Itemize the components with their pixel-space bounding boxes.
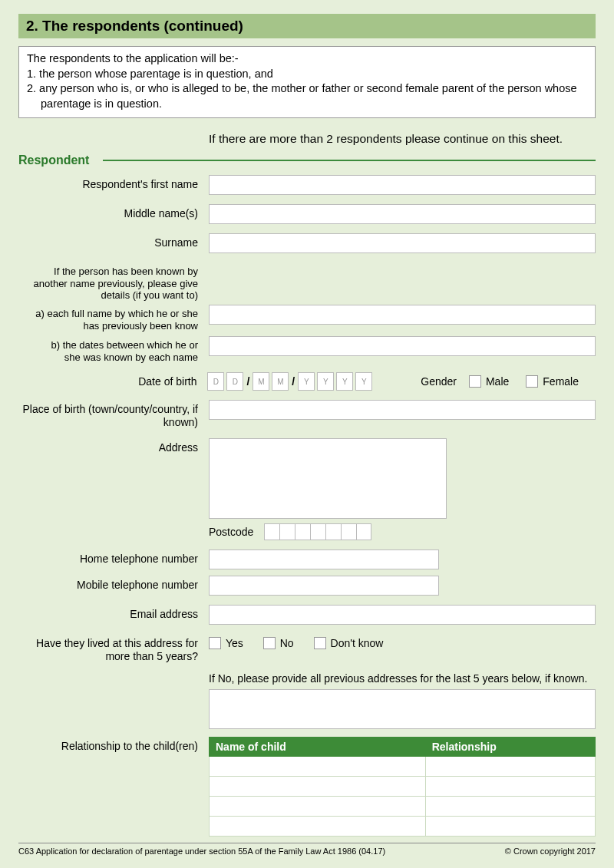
label-alias-b: b) the dates between which he or she was… — [18, 336, 209, 363]
table-row — [210, 816, 596, 836]
child-name-cell[interactable] — [210, 816, 426, 836]
label-dontknow: Don't know — [331, 637, 384, 649]
lived5-dontknow-checkbox[interactable] — [314, 637, 326, 649]
email-field[interactable] — [209, 605, 596, 625]
footer-left: C63 Application for declaration of paren… — [18, 847, 385, 856]
label-gender: Gender — [421, 375, 457, 388]
lived5-no-checkbox[interactable] — [263, 637, 276, 649]
child-name-cell[interactable] — [210, 756, 426, 776]
label-female: Female — [543, 375, 579, 388]
table-row — [210, 756, 596, 776]
dob-m2[interactable]: M — [272, 372, 289, 391]
relationship-cell[interactable] — [425, 756, 595, 776]
label-postcode: Postcode — [209, 526, 253, 538]
label-middle: Middle name(s) — [18, 204, 209, 220]
label-relchild: Relationship to the child(ren) — [18, 737, 209, 753]
alias-dates-field[interactable] — [209, 336, 596, 356]
dob-sep: / — [246, 375, 249, 388]
label-alias-intro: If the person has been known by another … — [18, 262, 209, 302]
th-name-of-child: Name of child — [210, 737, 426, 756]
ifno-hint: If No, please provide all previous addre… — [209, 672, 596, 685]
label-surname: Surname — [18, 233, 209, 249]
child-name-cell[interactable] — [210, 776, 426, 796]
respondent-subhead: Respondent — [18, 153, 103, 167]
label-male: Male — [486, 375, 509, 388]
section-header: 2. The respondents (continued) — [18, 14, 596, 38]
label-yes: Yes — [226, 637, 243, 649]
continue-note: If there are more than 2 respondents ple… — [209, 132, 596, 146]
intro-line2b: parentage is in question. — [27, 97, 587, 112]
dob-d1[interactable]: D — [207, 372, 224, 391]
mobile-tel-field[interactable] — [209, 576, 439, 596]
label-lived5: Have they lived at this address for more… — [18, 634, 209, 663]
relationship-cell[interactable] — [425, 776, 595, 796]
label-dob: Date of birth — [18, 372, 207, 388]
place-of-birth-field[interactable] — [209, 400, 596, 420]
alias-name-field[interactable] — [209, 305, 596, 325]
address-field[interactable] — [209, 438, 447, 519]
relationship-cell[interactable] — [425, 816, 595, 836]
divider — [103, 160, 596, 161]
child-relationship-table: Name of child Relationship — [209, 737, 596, 837]
intro-lead: The respondents to the application will … — [27, 51, 587, 67]
surname-field[interactable] — [209, 233, 596, 253]
dob-m1[interactable]: M — [253, 372, 269, 391]
child-name-cell[interactable] — [210, 796, 426, 816]
intro-line2a: 2. any person who is, or who is alleged … — [27, 81, 587, 97]
footer-right: © Crown copyright 2017 — [505, 847, 596, 856]
label-home-tel: Home telephone number — [18, 550, 209, 566]
th-relationship: Relationship — [425, 737, 595, 756]
label-address: Address — [18, 438, 209, 454]
dob-y1[interactable]: Y — [298, 372, 315, 391]
dob-y3[interactable]: Y — [336, 372, 353, 391]
middle-name-field[interactable] — [209, 204, 596, 224]
first-name-field[interactable] — [209, 175, 596, 195]
label-alias-a: a) each full name by which he or she has… — [18, 305, 209, 332]
table-row — [210, 796, 596, 816]
table-row — [210, 776, 596, 796]
dob-y2[interactable]: Y — [317, 372, 334, 391]
gender-female-checkbox[interactable] — [526, 375, 538, 388]
dob-y4[interactable]: Y — [355, 372, 372, 391]
label-mobile-tel: Mobile telephone number — [18, 576, 209, 592]
dob-d2[interactable]: D — [226, 372, 243, 391]
intro-box: The respondents to the application will … — [18, 46, 596, 118]
intro-line1: 1. the person whose parentage is in ques… — [27, 67, 587, 82]
label-no: No — [280, 637, 294, 649]
dob-sep: / — [292, 375, 295, 388]
label-pob: Place of birth (town/county/country, if … — [18, 400, 209, 429]
gender-male-checkbox[interactable] — [469, 375, 481, 388]
lived5-yes-checkbox[interactable] — [209, 637, 221, 649]
page-footer: C63 Application for declaration of paren… — [18, 843, 596, 856]
postcode-field[interactable] — [264, 523, 371, 540]
relationship-cell[interactable] — [425, 796, 595, 816]
home-tel-field[interactable] — [209, 550, 439, 569]
previous-addresses-field[interactable] — [209, 689, 596, 729]
label-first-name: Respondent's first name — [18, 175, 209, 191]
label-email: Email address — [18, 605, 209, 621]
